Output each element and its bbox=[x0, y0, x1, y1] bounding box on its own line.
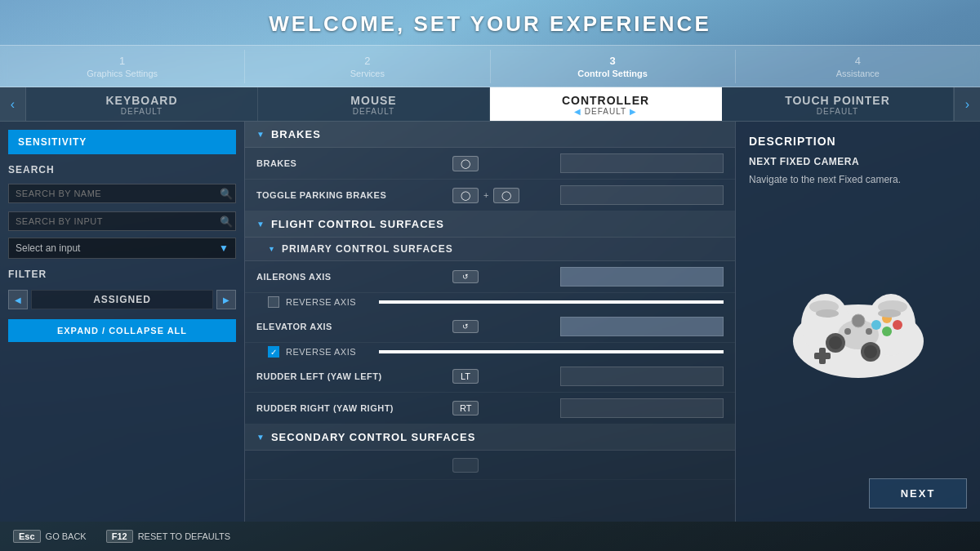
tab-mouse[interactable]: MOUSE DEFAULT bbox=[258, 87, 490, 121]
secondary-surfaces-collapse-arrow: ▼ bbox=[256, 433, 265, 442]
partial-row-key bbox=[452, 458, 724, 473]
primary-surfaces-title: PRIMARY CONTROL SURFACES bbox=[282, 243, 453, 255]
search-by-input-icon[interactable]: 🔍 bbox=[220, 216, 233, 228]
svg-point-6 bbox=[829, 336, 842, 349]
tab-controller-left-arrow[interactable]: ◀ bbox=[574, 107, 581, 116]
filter-next-arrow[interactable]: ▶ bbox=[216, 290, 236, 309]
rudder-right-key: RT bbox=[452, 401, 560, 415]
section-primary-surfaces-header[interactable]: ▼ PRIMARY CONTROL SURFACES bbox=[245, 238, 735, 261]
svg-point-4 bbox=[852, 314, 865, 327]
next-button[interactable]: NEXT bbox=[869, 478, 967, 509]
section-flight-control-header[interactable]: ▼ FLIGHT CONTROL SURFACES bbox=[245, 211, 735, 238]
brakes-collapse-arrow: ▼ bbox=[256, 130, 265, 139]
tab-controller[interactable]: CONTROLLER ◀ DEFAULT ▶ bbox=[490, 87, 722, 121]
section-brakes-header[interactable]: ▼ BRAKES bbox=[245, 122, 735, 148]
flight-control-title: FLIGHT CONTROL SURFACES bbox=[271, 218, 444, 230]
binding-partial bbox=[245, 451, 735, 480]
tab-prev-arrow[interactable]: ‹ bbox=[0, 87, 26, 121]
tab-controller-right-arrow[interactable]: ▶ bbox=[630, 107, 637, 116]
select-input-dropdown[interactable]: Select an input ▼ bbox=[8, 238, 236, 259]
ailerons-axis-name: AILERONS AXIS bbox=[256, 272, 452, 282]
brakes-key-badge: ◯ bbox=[452, 156, 479, 171]
bottom-bar: Esc GO BACK F12 RESET TO DEFAULTS bbox=[0, 522, 980, 551]
section-secondary-surfaces-header[interactable]: ▼ SECONDARY CONTROL SURFACES bbox=[245, 424, 735, 451]
step-2-label: Services bbox=[350, 69, 385, 78]
tab-touch-sub: DEFAULT bbox=[727, 107, 948, 116]
search-by-input-input[interactable] bbox=[8, 211, 236, 231]
elevator-axis-key: ↺ bbox=[452, 320, 560, 333]
svg-point-18 bbox=[878, 309, 901, 318]
rudder-left-name: RUDDER LEFT (YAW LEFT) bbox=[256, 371, 452, 381]
filter-prev-arrow[interactable]: ◀ bbox=[8, 290, 28, 309]
ailerons-reverse-row: REVERSE AXIS bbox=[245, 293, 735, 311]
elevator-reverse-checkbox[interactable]: ✓ bbox=[268, 346, 279, 358]
controller-image bbox=[777, 272, 940, 394]
tab-touch[interactable]: TOUCH POINTER DEFAULT bbox=[722, 87, 954, 121]
tab-keyboard[interactable]: KEYBOARD DEFAULT bbox=[26, 87, 258, 121]
right-panel: DESCRIPTION NEXT FIXED CAMERA Navigate t… bbox=[735, 122, 980, 522]
svg-point-20 bbox=[866, 328, 872, 335]
binding-toggle-parking-brakes: TOGGLE PARKING BRAKES ◯ + ◯ bbox=[245, 180, 735, 211]
svg-rect-10 bbox=[814, 353, 831, 359]
filter-value: ASSIGNED bbox=[31, 290, 213, 309]
content-area: ‹ KEYBOARD DEFAULT MOUSE DEFAULT CONTROL… bbox=[0, 87, 980, 522]
flight-control-collapse-arrow: ▼ bbox=[256, 220, 265, 229]
rudder-right-name: RUDDER RIGHT (YAW RIGHT) bbox=[256, 403, 452, 413]
step-3[interactable]: 3 Control Settings bbox=[491, 50, 736, 83]
controller-image-wrap bbox=[749, 187, 967, 478]
ailerons-axis-bar bbox=[379, 300, 724, 304]
step-2[interactable]: 2 Services bbox=[245, 50, 490, 83]
rudder-left-slot[interactable] bbox=[560, 367, 724, 386]
search-by-name-input[interactable] bbox=[8, 184, 236, 203]
select-input-chevron: ▼ bbox=[219, 242, 229, 254]
svg-point-17 bbox=[816, 309, 839, 318]
step-1[interactable]: 1 Graphics Settings bbox=[0, 50, 245, 83]
filter-label: FILTER bbox=[8, 269, 236, 280]
tab-touch-title: TOUCH POINTER bbox=[727, 94, 948, 107]
svg-point-12 bbox=[893, 320, 902, 330]
toggle-parking-key2: ◯ bbox=[493, 188, 519, 203]
tab-mouse-sub: DEFAULT bbox=[263, 107, 484, 116]
brakes-slot[interactable] bbox=[560, 153, 724, 173]
rudder-right-slot[interactable] bbox=[560, 398, 724, 418]
binding-rudder-right: RUDDER RIGHT (YAW RIGHT) RT bbox=[245, 393, 735, 424]
toggle-parking-brakes-key: ◯ + ◯ bbox=[452, 188, 560, 203]
reset-defaults-label: RESET TO DEFAULTS bbox=[138, 531, 231, 541]
description-title: DESCRIPTION bbox=[749, 135, 967, 148]
toggle-parking-brakes-name: TOGGLE PARKING BRAKES bbox=[256, 190, 452, 200]
f12-key: F12 bbox=[106, 530, 133, 543]
sensitivity-button[interactable]: SENSITIVITY bbox=[8, 130, 236, 154]
toggle-parking-slot[interactable] bbox=[560, 185, 724, 205]
elevator-axis-name: ELEVATOR AXIS bbox=[256, 322, 452, 331]
ailerons-reverse-checkbox[interactable] bbox=[268, 296, 279, 308]
ailerons-key-badge: ↺ bbox=[452, 270, 479, 283]
expand-collapse-button[interactable]: EXPAND / COLLAPSE ALL bbox=[8, 319, 236, 342]
step-2-num: 2 bbox=[245, 55, 489, 67]
elevator-key-badge: ↺ bbox=[452, 320, 479, 333]
input-tabs-wrapper: ‹ KEYBOARD DEFAULT MOUSE DEFAULT CONTROL… bbox=[0, 87, 980, 122]
go-back-label: GO BACK bbox=[46, 531, 87, 541]
ailerons-slot[interactable] bbox=[560, 267, 724, 287]
step-3-label: Control Settings bbox=[577, 69, 648, 78]
bindings-panel[interactable]: ▼ BRAKES BRAKES ◯ TOGGLE PARKING BRAKES bbox=[245, 122, 735, 522]
filter-row: ◀ ASSIGNED ▶ bbox=[8, 290, 236, 309]
partial-key-badge bbox=[452, 458, 479, 473]
binding-rudder-left: RUDDER LEFT (YAW LEFT) LT bbox=[245, 361, 735, 393]
elevator-slot[interactable] bbox=[560, 317, 724, 336]
binding-ailerons-axis: AILERONS AXIS ↺ bbox=[245, 261, 735, 293]
tab-next-arrow[interactable]: › bbox=[954, 87, 980, 121]
binding-brakes-key: ◯ bbox=[452, 156, 560, 171]
select-input-wrap: Select an input ▼ bbox=[8, 238, 236, 259]
elevator-axis-bar bbox=[379, 350, 724, 353]
step-4[interactable]: 4 Assistance bbox=[736, 50, 980, 83]
go-back-shortcut: Esc GO BACK bbox=[13, 530, 87, 543]
binding-elevator-axis: ELEVATOR AXIS ↺ bbox=[245, 311, 735, 343]
rudder-left-key: LT bbox=[452, 369, 560, 384]
search-by-name-icon[interactable]: 🔍 bbox=[220, 188, 233, 200]
desc-sub-title: NEXT FIXED CAMERA bbox=[749, 156, 967, 167]
page-title: WELCOME, SET YOUR EXPERIENCE bbox=[0, 0, 980, 45]
svg-point-13 bbox=[871, 320, 881, 330]
search-label: SEARCH bbox=[8, 164, 236, 176]
toggle-parking-plus: + bbox=[483, 190, 488, 200]
ailerons-reverse-label: REVERSE AXIS bbox=[286, 297, 356, 307]
